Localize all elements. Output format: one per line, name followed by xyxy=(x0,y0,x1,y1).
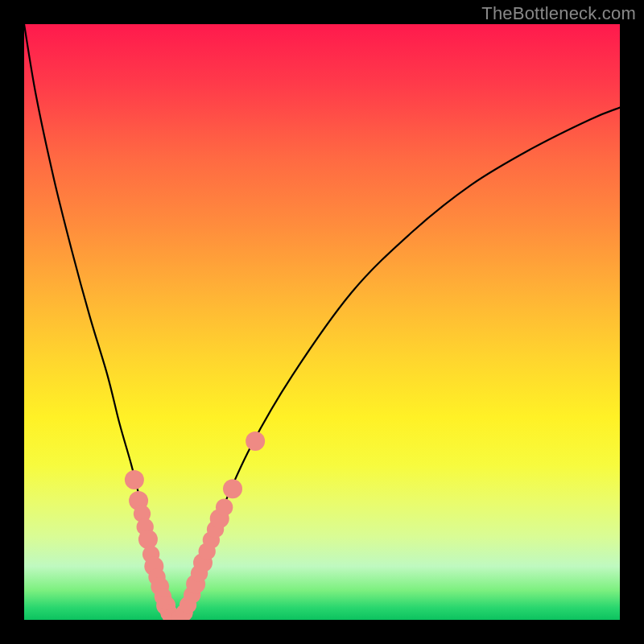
chart-svg xyxy=(24,24,620,620)
chart-stage: TheBottleneck.com xyxy=(0,0,644,644)
marker-point xyxy=(138,530,158,549)
marker-point xyxy=(216,498,233,515)
plot-area xyxy=(24,24,620,620)
marker-point xyxy=(246,431,265,451)
watermark-text: TheBottleneck.com xyxy=(481,3,636,24)
bottleneck-curve xyxy=(24,24,620,620)
marker-point xyxy=(125,470,144,489)
marker-point xyxy=(223,479,242,498)
